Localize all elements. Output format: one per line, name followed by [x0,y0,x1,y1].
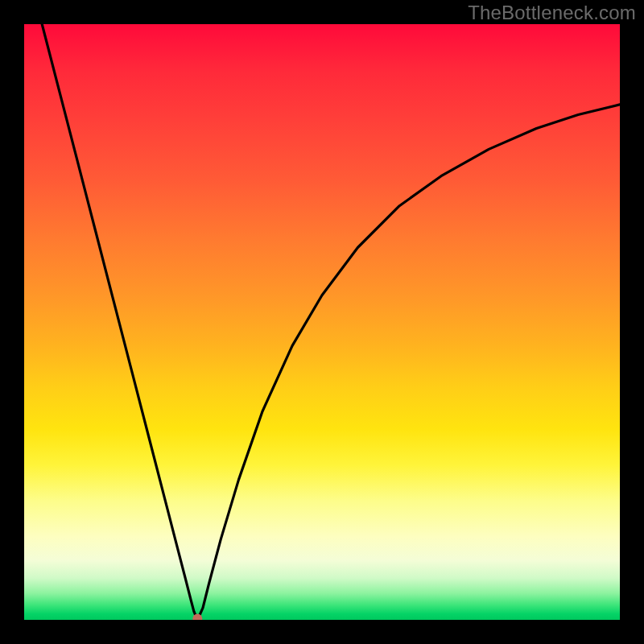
chart-frame: TheBottleneck.com [0,0,644,644]
watermark-text: TheBottleneck.com [468,2,636,24]
curve-series [42,24,620,620]
chart-svg [24,24,620,620]
